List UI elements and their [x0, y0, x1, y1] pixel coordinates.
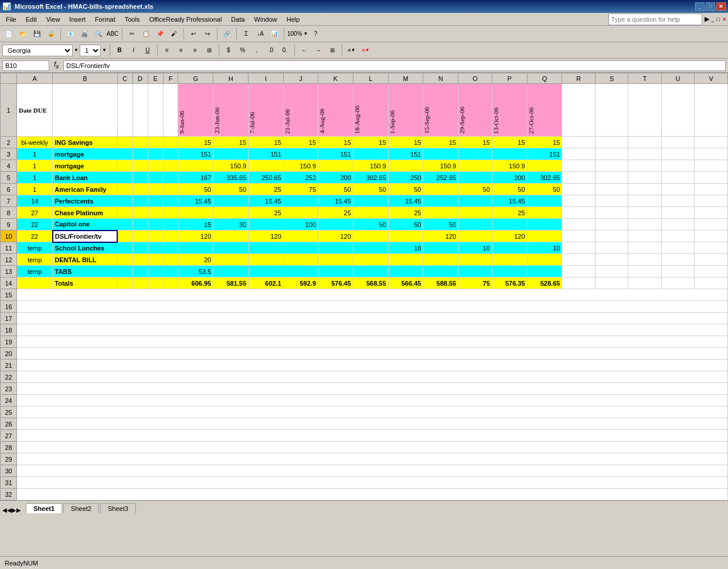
- increase-indent-button[interactable]: →: [312, 44, 325, 57]
- copy-button[interactable]: 📋: [140, 28, 152, 40]
- cell-K7[interactable]: 15.45: [318, 195, 353, 207]
- col-Q[interactable]: Q: [527, 73, 562, 84]
- col-O[interactable]: O: [458, 73, 492, 84]
- cell-T10[interactable]: [628, 231, 661, 242]
- cell-R8[interactable]: [562, 207, 596, 219]
- cell-row30[interactable]: [17, 465, 728, 477]
- cell-A10[interactable]: 22: [17, 231, 53, 242]
- cell-C13[interactable]: [117, 266, 132, 277]
- col-B[interactable]: B: [53, 73, 117, 84]
- cell-B8[interactable]: Chase Platinum: [53, 207, 117, 219]
- help-search[interactable]: [608, 13, 702, 25]
- cell-B1[interactable]: [53, 84, 117, 137]
- cell-A3[interactable]: 1: [17, 148, 53, 160]
- cell-E1[interactable]: [148, 84, 163, 137]
- cell-D9[interactable]: [132, 219, 148, 231]
- cell-O11[interactable]: 10: [458, 242, 492, 254]
- cell-G2[interactable]: 15: [178, 137, 213, 148]
- cell-L3[interactable]: [353, 148, 388, 160]
- cell-T8[interactable]: [628, 207, 661, 219]
- cell-M14[interactable]: 566.45: [388, 277, 423, 289]
- cell-R13[interactable]: [562, 266, 596, 277]
- cell-O9[interactable]: [458, 219, 492, 231]
- cell-A12[interactable]: temp: [17, 254, 53, 266]
- cell-A14[interactable]: [17, 277, 53, 289]
- cell-R2[interactable]: [562, 137, 596, 148]
- cell-F11[interactable]: [163, 242, 178, 254]
- cell-N14[interactable]: 588.55: [423, 277, 458, 289]
- cell-V14[interactable]: [695, 277, 728, 289]
- percent-button[interactable]: %: [236, 44, 249, 57]
- col-V[interactable]: V: [695, 73, 728, 84]
- cell-I4[interactable]: [249, 160, 284, 172]
- cell-V1[interactable]: [695, 84, 728, 137]
- cell-J3[interactable]: [283, 148, 318, 160]
- row-header-17[interactable]: 17: [1, 313, 17, 324]
- cell-E11[interactable]: [148, 242, 163, 254]
- cell-row21[interactable]: [17, 360, 728, 371]
- cell-S12[interactable]: [595, 254, 628, 266]
- cell-P6[interactable]: 50: [492, 184, 527, 195]
- cell-row15[interactable]: [17, 289, 728, 301]
- cell-J9[interactable]: 100: [283, 219, 318, 231]
- cell-V4[interactable]: [695, 160, 728, 172]
- cell-row19[interactable]: [17, 336, 728, 348]
- sheet-tab-2[interactable]: Sheet2: [63, 503, 99, 513]
- row-header-18[interactable]: 18: [1, 324, 17, 336]
- cell-F1[interactable]: [163, 84, 178, 137]
- col-I[interactable]: I: [249, 73, 284, 84]
- cell-P7[interactable]: 15.45: [492, 195, 527, 207]
- cell-N3[interactable]: [423, 148, 458, 160]
- maximize-button[interactable]: □: [706, 2, 715, 11]
- row-header-28[interactable]: 28: [1, 442, 17, 453]
- cell-P12[interactable]: [492, 254, 527, 266]
- cell-K3[interactable]: 151: [318, 148, 353, 160]
- cell-row28[interactable]: [17, 442, 728, 453]
- cell-T1[interactable]: [628, 84, 661, 137]
- row-header-31[interactable]: 31: [1, 477, 17, 489]
- cell-Q10[interactable]: [527, 231, 562, 242]
- save-button[interactable]: 💾: [30, 28, 43, 40]
- cell-B11[interactable]: School Lunches: [53, 242, 117, 254]
- cell-C10[interactable]: [117, 231, 132, 242]
- cell-G10[interactable]: 120: [178, 231, 213, 242]
- row-header-13[interactable]: 13: [1, 266, 17, 277]
- cell-L7[interactable]: [353, 195, 388, 207]
- underline-button[interactable]: U: [141, 44, 154, 57]
- cell-D1[interactable]: [132, 84, 148, 137]
- cell-S9[interactable]: [595, 219, 628, 231]
- cell-O6[interactable]: 50: [458, 184, 492, 195]
- cell-G9[interactable]: 15: [178, 219, 213, 231]
- cell-E2[interactable]: [148, 137, 163, 148]
- cell-J5[interactable]: 252: [283, 172, 318, 184]
- menu-tools[interactable]: Tools: [120, 15, 145, 24]
- format-painter[interactable]: 🖌: [168, 28, 181, 40]
- cell-R12[interactable]: [562, 254, 596, 266]
- spell-button[interactable]: ABC: [106, 28, 119, 40]
- cell-row17[interactable]: [17, 313, 728, 324]
- cell-H10[interactable]: [213, 231, 249, 242]
- col-P[interactable]: P: [492, 73, 527, 84]
- cell-C1[interactable]: [117, 84, 132, 137]
- cell-P13[interactable]: [492, 266, 527, 277]
- permission-button[interactable]: 🔒: [45, 28, 57, 40]
- cell-T7[interactable]: [628, 195, 661, 207]
- row-header-19[interactable]: 19: [1, 336, 17, 348]
- cell-L8[interactable]: [353, 207, 388, 219]
- cell-F5[interactable]: [163, 172, 178, 184]
- cell-P10[interactable]: 120: [492, 231, 527, 242]
- cell-F8[interactable]: [163, 207, 178, 219]
- cell-row24[interactable]: [17, 395, 728, 407]
- cell-V13[interactable]: [695, 266, 728, 277]
- cell-row18[interactable]: [17, 324, 728, 336]
- cell-C9[interactable]: [117, 219, 132, 231]
- borders-button[interactable]: ⊞: [326, 44, 339, 57]
- cell-D5[interactable]: [132, 172, 148, 184]
- merge-button[interactable]: ⊞: [203, 44, 216, 57]
- cell-D13[interactable]: [132, 266, 148, 277]
- menu-file[interactable]: File: [1, 15, 21, 24]
- cell-G3[interactable]: 151: [178, 148, 213, 160]
- cell-I11[interactable]: [249, 242, 284, 254]
- window-controls[interactable]: _ □ ✕: [695, 2, 726, 11]
- cell-H14[interactable]: 581.55: [213, 277, 249, 289]
